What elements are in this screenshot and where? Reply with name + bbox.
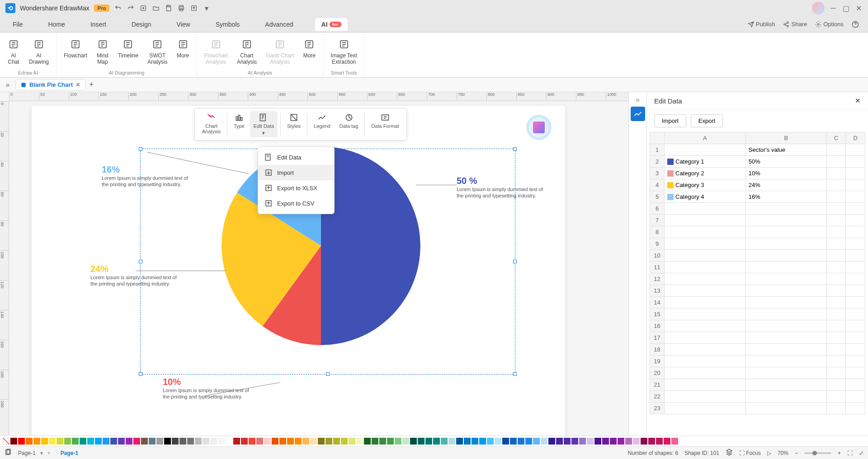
color-swatch[interactable] (618, 438, 624, 445)
tab-close-icon[interactable]: ✕ (75, 81, 80, 88)
color-swatch[interactable] (641, 438, 647, 445)
color-swatch[interactable] (387, 438, 394, 445)
ribbon-btn[interactable]: Timeline (116, 36, 140, 61)
color-swatch[interactable] (187, 438, 194, 445)
tab-add-icon[interactable]: + (89, 80, 94, 89)
ribbon-btn[interactable]: Flowchart Analysis (203, 36, 230, 67)
color-swatch[interactable] (256, 438, 263, 445)
menu-design[interactable]: Design (128, 18, 155, 31)
dd-import[interactable]: Import (258, 165, 334, 180)
menu-advanced[interactable]: Advanced (261, 18, 297, 31)
color-swatch[interactable] (564, 438, 571, 445)
ribbon-btn[interactable]: More (175, 36, 191, 61)
color-swatch[interactable] (479, 438, 486, 445)
color-swatch[interactable] (579, 438, 586, 445)
color-swatch[interactable] (356, 438, 363, 445)
page-tab[interactable]: Page-1 (57, 450, 82, 456)
color-swatch[interactable] (487, 438, 494, 445)
ribbon-btn[interactable]: Flowchart (62, 36, 89, 61)
data-format-button[interactable]: Data Format (368, 111, 402, 137)
color-swatch[interactable] (126, 438, 132, 445)
color-swatch[interactable] (333, 438, 340, 445)
color-swatch[interactable] (633, 438, 640, 445)
color-swatch[interactable] (279, 438, 286, 445)
play-icon[interactable]: ▷ (767, 450, 771, 456)
export-button[interactable]: Export (691, 114, 723, 127)
color-swatch[interactable] (502, 438, 509, 445)
layers-icon[interactable] (726, 449, 733, 457)
ribbon-btn[interactable]: Chart Analysis (235, 36, 259, 67)
no-color-icon[interactable] (3, 438, 9, 445)
color-swatch[interactable] (33, 438, 40, 445)
panel-close-icon[interactable]: ✕ (855, 97, 861, 105)
data-grid[interactable]: ABCD1Sector's value2Category 150%3Catego… (647, 132, 868, 436)
color-swatch[interactable] (571, 438, 578, 445)
color-swatch[interactable] (295, 438, 302, 445)
color-swatch[interactable] (133, 438, 140, 445)
color-swatch[interactable] (456, 438, 463, 445)
color-swatch[interactable] (10, 438, 17, 445)
color-swatch[interactable] (510, 438, 517, 445)
collapse-panel-icon[interactable]: » (636, 96, 640, 104)
ai-assistant-icon[interactable] (526, 115, 552, 140)
color-swatch[interactable] (548, 438, 555, 445)
type-button[interactable]: Type (230, 111, 248, 137)
color-swatch[interactable] (418, 438, 425, 445)
ribbon-btn[interactable]: SWOT Analysis (146, 36, 170, 67)
color-swatch[interactable] (18, 438, 25, 445)
open-icon[interactable] (152, 4, 160, 12)
color-swatch[interactable] (272, 438, 278, 445)
close-icon[interactable]: ✕ (854, 4, 863, 12)
color-swatch[interactable] (72, 438, 79, 445)
redo-icon[interactable] (127, 4, 135, 12)
expand-sidebar-icon[interactable]: » (4, 81, 12, 89)
color-swatch[interactable] (448, 438, 455, 445)
document-tab[interactable]: Blank Pie Chart ✕ (15, 79, 85, 90)
color-swatch[interactable] (602, 438, 609, 445)
color-swatch[interactable] (41, 438, 48, 445)
undo-icon[interactable] (114, 4, 122, 12)
color-swatch[interactable] (464, 438, 471, 445)
color-swatch[interactable] (57, 438, 63, 445)
color-swatch[interactable] (364, 438, 371, 445)
ribbon-btn[interactable]: Gantt Chart Analysis (264, 36, 296, 67)
color-swatch[interactable] (472, 438, 478, 445)
color-swatch[interactable] (594, 438, 601, 445)
ribbon-btn[interactable]: AI Drawing (27, 36, 51, 67)
color-swatch[interactable] (648, 438, 655, 445)
color-swatch[interactable] (179, 438, 186, 445)
color-swatch[interactable] (287, 438, 294, 445)
save-icon[interactable] (165, 4, 173, 12)
color-swatch[interactable] (372, 438, 378, 445)
color-swatch[interactable] (233, 438, 240, 445)
color-swatch[interactable] (318, 438, 325, 445)
color-swatch[interactable] (110, 438, 117, 445)
color-swatch[interactable] (541, 438, 547, 445)
add-page-icon[interactable]: + (47, 450, 51, 456)
import-button[interactable]: Import (654, 114, 686, 127)
ribbon-btn[interactable]: Mind Map (94, 36, 111, 67)
color-swatch[interactable] (226, 438, 232, 445)
menu-file[interactable]: File (9, 18, 27, 31)
avatar[interactable] (812, 2, 825, 14)
pages-icon[interactable] (5, 449, 12, 457)
color-swatch[interactable] (671, 438, 678, 445)
color-swatch[interactable] (95, 438, 102, 445)
color-swatch[interactable] (395, 438, 401, 445)
color-swatch[interactable] (402, 438, 409, 445)
color-swatch[interactable] (410, 438, 417, 445)
color-swatch[interactable] (195, 438, 202, 445)
legend-button[interactable]: Legend (310, 111, 334, 137)
color-swatch[interactable] (349, 438, 355, 445)
color-swatch[interactable] (156, 438, 163, 445)
zoom-in-icon[interactable]: + (838, 450, 841, 456)
color-swatch[interactable] (26, 438, 33, 445)
styles-button[interactable]: Styles (283, 111, 304, 137)
menu-symbols[interactable]: Symbols (212, 18, 244, 31)
fullscreen-icon[interactable]: ⤢ (859, 450, 863, 456)
color-swatch[interactable] (172, 438, 179, 445)
color-swatch[interactable] (656, 438, 663, 445)
zoom-slider[interactable] (804, 452, 831, 454)
color-swatch[interactable] (533, 438, 540, 445)
color-swatch[interactable] (425, 438, 432, 445)
